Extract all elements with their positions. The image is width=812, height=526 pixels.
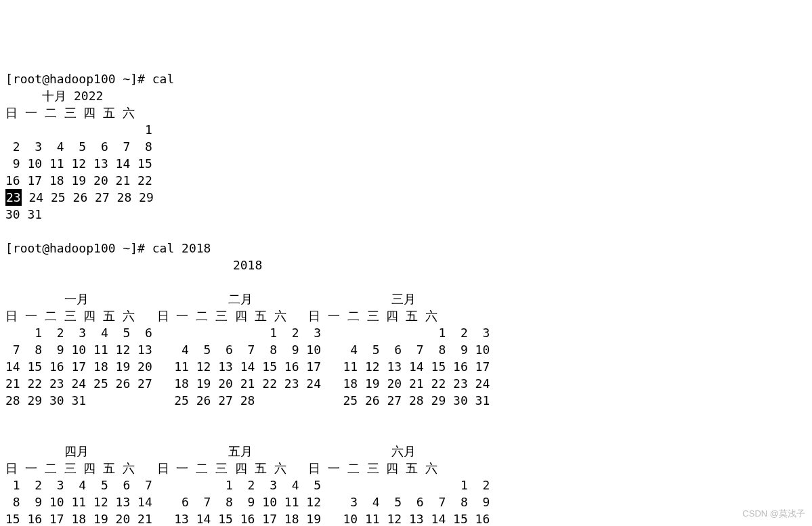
prompt-1: [root@hadoop100 ~]#	[5, 72, 152, 86]
terminal-output: [root@hadoop100 ~]# cal 十月 2022 日 一 二 三 …	[5, 53, 807, 526]
prompt-line-2[interactable]: [root@hadoop100 ~]# cal 2018	[5, 241, 211, 255]
cal-october-2022: 十月 2022 日 一 二 三 四 五 六 1 2 3 4 5 6 7 8 9 …	[5, 89, 154, 221]
command-1: cal	[152, 72, 175, 86]
prompt-2: [root@hadoop100 ~]#	[5, 241, 152, 255]
command-2: cal 2018	[152, 241, 211, 255]
watermark: CSDN @莫浅子	[742, 505, 805, 522]
cal-year-2018: 2018 一月 二月 三月 日 一 二 三 四 五 六 日 一 二 三 四 五 …	[5, 258, 490, 526]
prompt-line-1[interactable]: [root@hadoop100 ~]# cal	[5, 72, 174, 86]
today-highlight: 23	[5, 189, 22, 206]
